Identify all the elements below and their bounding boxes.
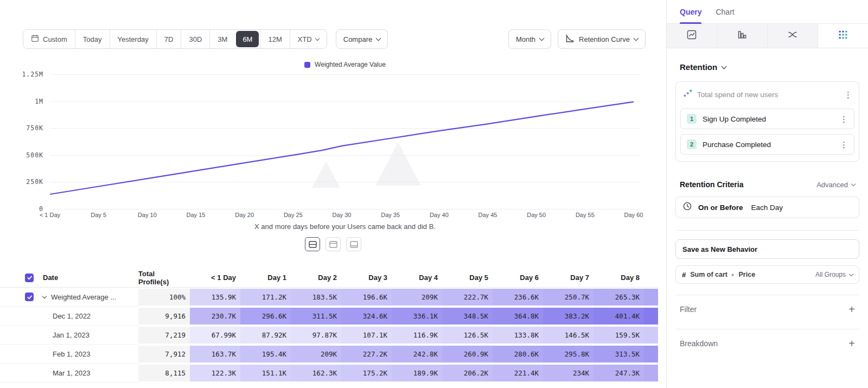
overflow-value-cell: [644, 364, 658, 383]
value-cell[interactable]: 122.3K: [190, 364, 240, 383]
value-cell[interactable]: 336.1K: [392, 307, 442, 326]
value-cell[interactable]: 313.5K: [593, 345, 644, 364]
table-row: Feb 1, 20237,912163.7K195.4K209K227.2K24…: [0, 345, 658, 364]
range-label: 7D: [164, 35, 174, 43]
behavior-step[interactable]: 2Purchase Completed⋮: [680, 134, 854, 155]
layout-split-rows-button[interactable]: [305, 237, 320, 251]
value-cell[interactable]: 234K: [543, 364, 593, 383]
report-type-flows[interactable]: [768, 24, 818, 48]
chart-type-dropdown[interactable]: Retention Curve: [558, 29, 646, 49]
expand-chevron-icon[interactable]: [42, 294, 47, 298]
value-cell[interactable]: 247.3K: [593, 364, 644, 383]
range-custom-button[interactable]: Custom: [23, 30, 75, 48]
value-cell[interactable]: 209K: [291, 345, 341, 364]
value-cell[interactable]: 206.2K: [442, 364, 493, 383]
kebab-menu-icon[interactable]: ⋮: [840, 141, 848, 149]
value-cell[interactable]: 222.7K: [442, 288, 493, 307]
x-tick-label: Day 40: [417, 212, 461, 218]
all-groups-dropdown[interactable]: All Groups: [815, 271, 853, 278]
chevron-down-icon: [539, 36, 545, 41]
value-cell[interactable]: 133.8K: [493, 326, 543, 345]
value-cell[interactable]: 189.9K: [392, 364, 442, 383]
select-all-cell: [0, 268, 41, 287]
layout-single-pane-button[interactable]: [346, 237, 361, 251]
retention-section-toggle[interactable]: Retention: [680, 62, 859, 72]
row-date-cell: Mar 1, 2023: [41, 364, 138, 383]
tab-query[interactable]: Query: [680, 0, 701, 23]
sidebar-tabs: Query Chart: [667, 0, 868, 24]
report-type-retention[interactable]: [818, 24, 868, 48]
value-cell[interactable]: 97.87K: [291, 326, 341, 345]
value-cell[interactable]: 242.8K: [392, 345, 442, 364]
compare-button[interactable]: Compare: [336, 29, 388, 49]
value-cell[interactable]: 348.5K: [442, 307, 493, 326]
row-total-cell: 9,916: [138, 307, 190, 326]
range-30d-button[interactable]: 30D: [181, 30, 209, 48]
kebab-menu-icon[interactable]: ⋮: [840, 115, 848, 123]
value-cell[interactable]: 67.99K: [190, 326, 240, 345]
kebab-menu-icon[interactable]: ⋮: [844, 91, 852, 99]
range-12m-button[interactable]: 12M: [260, 30, 289, 48]
metric-row[interactable]: # Sum of cart ▸ Price All Groups: [675, 265, 859, 284]
range-3m-button[interactable]: 3M: [209, 30, 235, 48]
retention-chart[interactable]: [50, 74, 640, 209]
row-checkbox[interactable]: [25, 292, 34, 301]
value-cell[interactable]: 250.7K: [543, 288, 593, 307]
granularity-dropdown[interactable]: Month: [508, 29, 551, 49]
add-filter-button[interactable]: +: [848, 304, 855, 315]
range-6m-button[interactable]: 6M: [236, 31, 259, 47]
add-breakdown-button[interactable]: +: [848, 338, 855, 349]
retention-line-series: [50, 74, 634, 209]
value-cell[interactable]: 383.2K: [543, 307, 593, 326]
value-cell[interactable]: 107.1K: [341, 326, 392, 345]
criteria-condition-row[interactable]: On or Before Each Day: [675, 196, 859, 218]
value-cell[interactable]: 230.7K: [190, 307, 240, 326]
value-cell[interactable]: 162.3K: [291, 364, 341, 383]
value-cell[interactable]: 296.6K: [240, 307, 291, 326]
value-cell[interactable]: 159.5K: [593, 326, 644, 345]
report-type-insights[interactable]: [667, 24, 717, 48]
range-label: 12M: [268, 35, 282, 43]
behavior-steps: 1Sign Up Completed⋮2Purchase Completed⋮: [680, 109, 854, 155]
value-cell[interactable]: 260.9K: [442, 345, 493, 364]
value-cell[interactable]: 196.6K: [341, 288, 392, 307]
value-cell[interactable]: 163.7K: [190, 345, 240, 364]
table-row: Dec 1, 20229,916230.7K296.6K311.5K324.6K…: [0, 307, 658, 326]
range-yesterday-button[interactable]: Yesterday: [110, 30, 156, 48]
value-cell[interactable]: 295.8K: [543, 345, 593, 364]
value-cell[interactable]: 195.4K: [240, 345, 291, 364]
select-all-checkbox[interactable]: [25, 273, 34, 282]
value-cell[interactable]: 364.8K: [493, 307, 543, 326]
value-cell[interactable]: 324.6K: [341, 307, 392, 326]
value-cell[interactable]: 311.5K: [291, 307, 341, 326]
advanced-mode-dropdown[interactable]: Advanced: [816, 181, 855, 189]
range-7d-button[interactable]: 7D: [156, 30, 181, 48]
value-cell[interactable]: 280.6K: [493, 345, 543, 364]
value-cell[interactable]: 209K: [392, 288, 442, 307]
behavior-step[interactable]: 1Sign Up Completed⋮: [680, 109, 854, 129]
value-cell[interactable]: 236.6K: [493, 288, 543, 307]
value-cell[interactable]: 401.4K: [593, 307, 644, 326]
value-cell[interactable]: 265.3K: [593, 288, 644, 307]
value-cell[interactable]: 151.1K: [240, 364, 291, 383]
value-cell[interactable]: 146.5K: [543, 326, 593, 345]
range-xtd-button[interactable]: XTD: [290, 30, 327, 48]
save-as-new-behavior-button[interactable]: Save as New Behavior: [675, 239, 859, 259]
behavior-steps-icon: [684, 90, 692, 99]
value-cell[interactable]: 126.5K: [442, 326, 493, 345]
retention-curve-icon: [565, 34, 575, 44]
value-cell[interactable]: 171.2K: [240, 288, 291, 307]
value-cell[interactable]: 116.9K: [392, 326, 442, 345]
tab-chart[interactable]: Chart: [716, 0, 734, 23]
step-label: Purchase Completed: [703, 141, 834, 149]
value-cell[interactable]: 221.4K: [493, 364, 543, 383]
range-today-button[interactable]: Today: [75, 30, 110, 48]
layout-top-band-button[interactable]: [326, 237, 341, 251]
value-cell[interactable]: 87.92K: [240, 326, 291, 345]
row-total-cell: 100%: [138, 288, 190, 307]
value-cell[interactable]: 183.5K: [291, 288, 341, 307]
value-cell[interactable]: 227.2K: [341, 345, 392, 364]
value-cell[interactable]: 175.2K: [341, 364, 392, 383]
value-cell[interactable]: 135.9K: [190, 288, 240, 307]
report-type-funnel[interactable]: [717, 24, 768, 48]
